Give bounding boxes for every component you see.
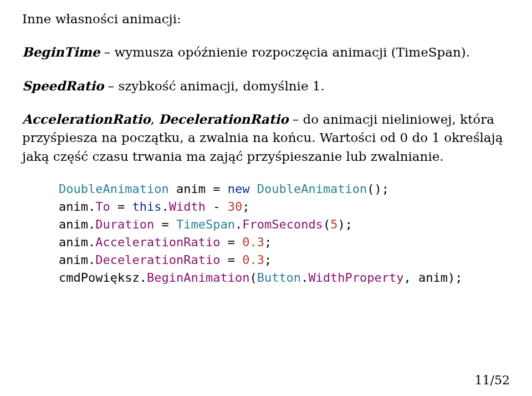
code-number: 5 (330, 217, 337, 231)
code-member: Duration (95, 217, 154, 231)
code-text: = (220, 235, 242, 249)
code-text: ; (264, 235, 272, 249)
code-keyword-new: new (228, 182, 250, 196)
code-type: Button (257, 271, 301, 285)
separator: , (151, 112, 159, 126)
code-text: . (161, 200, 168, 214)
code-number: 30 (228, 200, 243, 214)
code-type: TimeSpan (176, 217, 235, 231)
code-member: FromSeconds (242, 217, 323, 231)
code-var: anim (176, 182, 206, 196)
code-text: , (404, 271, 419, 285)
code-text: = (154, 217, 176, 231)
document-page: Inne własności animacji: BeginTime – wym… (0, 0, 532, 396)
code-var: anim (418, 271, 448, 285)
code-text: - (206, 200, 228, 214)
code-var: anim (59, 217, 88, 231)
code-text: ; (382, 182, 389, 196)
code-text: . (88, 217, 95, 231)
property-name-speedratio: SpeedRatio (22, 78, 104, 93)
code-text: . (88, 200, 95, 214)
code-text: ( (323, 217, 330, 231)
paragraph-text: – szybkość animacji, domyślnie 1. (104, 79, 325, 93)
code-text: ; (242, 200, 249, 214)
code-member: BeginAnimation (147, 271, 249, 285)
paragraph-text: – wymusza opóźnienie rozpoczęcia animacj… (100, 45, 470, 59)
code-text: ) (375, 182, 382, 196)
code-text (169, 182, 176, 196)
code-number: 0.3 (242, 253, 264, 267)
code-type: DoubleAnimation (59, 182, 169, 196)
property-name-begintime: BeginTime (22, 44, 100, 59)
paragraph-accel-decel: AccelerationRatio, DecelerationRatio – d… (22, 110, 510, 166)
code-type: DoubleAnimation (257, 182, 367, 196)
code-text: ; (345, 217, 352, 231)
code-text: . (88, 235, 95, 249)
section-heading: Inne własności animacji: (22, 10, 510, 28)
code-member: DecelerationRatio (95, 253, 220, 267)
code-member: WidthProperty (308, 271, 403, 285)
property-name-accelerationratio: AccelerationRatio (22, 111, 151, 126)
paragraph-speedratio: SpeedRatio – szybkość animacji, domyślni… (22, 77, 510, 95)
paragraph-begintime: BeginTime – wymusza opóźnienie rozpoczęc… (22, 43, 510, 62)
code-text: = (206, 182, 228, 196)
code-member: AccelerationRatio (95, 235, 220, 249)
code-text: . (140, 271, 147, 285)
code-text: ) (448, 271, 455, 285)
code-number: 0.3 (242, 235, 264, 249)
page-number: 11/52 (475, 372, 510, 389)
code-var: cmdPowiększ (59, 271, 140, 285)
code-var: anim (59, 200, 88, 214)
code-text: ( (249, 271, 257, 285)
code-member: Width (169, 200, 206, 214)
property-name-decelerationratio: DecelerationRatio (158, 111, 288, 126)
code-member: To (95, 200, 110, 214)
code-text: ( (367, 182, 374, 196)
code-text: . (88, 253, 95, 267)
code-var: anim (59, 235, 88, 249)
code-block: DoubleAnimation anim = new DoubleAnimati… (59, 180, 510, 286)
code-text: ; (455, 271, 462, 285)
code-text: ) (337, 217, 345, 231)
code-keyword-this: this (132, 200, 161, 214)
code-text: = (220, 253, 242, 267)
code-text: ; (264, 253, 272, 267)
code-text: = (110, 200, 132, 214)
code-var: anim (59, 253, 88, 267)
code-text (249, 182, 257, 196)
code-text: . (235, 217, 242, 231)
code-text: . (301, 271, 308, 285)
